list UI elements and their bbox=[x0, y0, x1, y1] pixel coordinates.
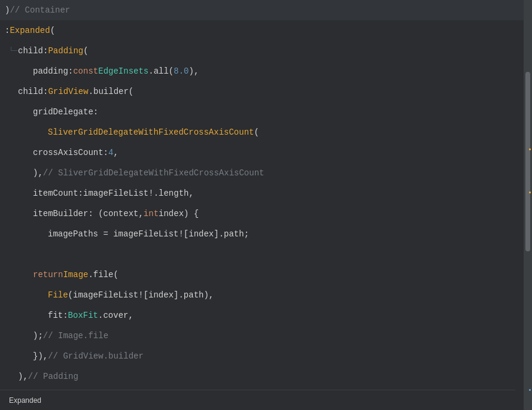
table-row: gridDelegate: bbox=[0, 102, 524, 122]
line-content: itemCount: imageFileList!.length, bbox=[33, 189, 194, 198]
token: ( bbox=[50, 26, 55, 35]
table-row: fit: BoxFit.cover, bbox=[0, 305, 524, 326]
table-row: }), // GridView.builder bbox=[0, 346, 524, 366]
scrollbar-thumb[interactable] bbox=[525, 72, 530, 251]
table-row: itemCount: imageFileList!.length, bbox=[0, 183, 524, 204]
token: fit: bbox=[48, 311, 68, 320]
token: gridDelegate: bbox=[33, 107, 98, 117]
token: crossAxisCount: bbox=[33, 148, 108, 157]
line-content: child: GridView.builder( bbox=[18, 87, 133, 96]
table-row: ), // SliverGridDelegateWithFixedCrossAx… bbox=[0, 163, 524, 183]
table-row: child: GridView.builder( bbox=[0, 81, 524, 102]
line-content: return Image.file( bbox=[33, 270, 118, 280]
token: imagePaths = imageFileList![index].path; bbox=[48, 229, 249, 239]
token: // Image.file bbox=[43, 331, 108, 341]
token: itemCount: bbox=[33, 189, 83, 198]
line-content: crossAxisCount: 4, bbox=[33, 148, 118, 157]
bottom-bar-expanded: Expanded bbox=[9, 396, 41, 405]
token: ), bbox=[33, 168, 43, 178]
token: // GridView.builder bbox=[48, 351, 144, 361]
line-content: }), // GridView.builder bbox=[33, 351, 144, 361]
code-editor: ) // Container: Expanded(child: Padding(… bbox=[0, 0, 524, 410]
token: // Padding bbox=[28, 372, 78, 381]
token: 8.0 bbox=[174, 66, 189, 76]
token: ( bbox=[83, 46, 88, 56]
table-row: crossAxisCount: 4, bbox=[0, 142, 524, 163]
table-row: ) // Container bbox=[0, 0, 524, 20]
bottom-bar: Expanded bbox=[0, 390, 515, 410]
line-content: ); // Image.file bbox=[33, 331, 108, 341]
token: ( bbox=[254, 127, 259, 137]
token: GridView bbox=[48, 87, 88, 96]
token: ), bbox=[18, 372, 28, 381]
token: child: bbox=[18, 87, 48, 96]
line-content: fit: BoxFit.cover, bbox=[48, 311, 133, 320]
token: BoxFit bbox=[68, 311, 98, 320]
token: ) bbox=[5, 5, 10, 15]
line-content: : Expanded( bbox=[5, 26, 55, 35]
token: ); bbox=[33, 331, 43, 341]
token: index) { bbox=[159, 209, 199, 218]
token: .all( bbox=[148, 66, 174, 76]
line-content: File(imageFileList![index].path), bbox=[48, 290, 214, 300]
token: imageFileList!.length, bbox=[83, 189, 194, 198]
table-row: imagePaths = imageFileList![index].path; bbox=[0, 224, 524, 244]
table-row: SliverGridDelegateWithFixedCrossAxisCoun… bbox=[0, 122, 524, 142]
scroll-marker-3 bbox=[529, 389, 531, 391]
line-content: itemBuilder: (context, int index) { bbox=[33, 209, 199, 218]
table-row: File(imageFileList![index].path), bbox=[0, 285, 524, 305]
token: return bbox=[33, 270, 63, 280]
scroll-marker-1 bbox=[529, 148, 531, 150]
token: int bbox=[144, 209, 159, 218]
scrollbar[interactable] bbox=[524, 0, 532, 410]
token: .builder( bbox=[89, 87, 134, 96]
table-row bbox=[0, 244, 524, 265]
token: Expanded bbox=[10, 26, 50, 35]
line-content: ), // SliverGridDelegateWithFixedCrossAx… bbox=[33, 168, 264, 178]
token: ), bbox=[189, 66, 199, 76]
line-content: ) // Container bbox=[5, 5, 70, 15]
token: // Container bbox=[10, 5, 70, 15]
table-row: ), // Padding bbox=[0, 366, 524, 387]
token: (imageFileList![index].path), bbox=[68, 290, 214, 300]
token: Padding bbox=[48, 46, 83, 56]
token: .cover, bbox=[98, 311, 133, 320]
table-row: ); // Image.file bbox=[0, 326, 524, 346]
table-row: : Expanded( bbox=[0, 20, 524, 41]
table-row: itemBuilder: (context, int index) { bbox=[0, 204, 524, 224]
line-content: gridDelegate: bbox=[33, 107, 98, 117]
line-content: child: Padding( bbox=[18, 46, 89, 56]
token: .file( bbox=[88, 270, 118, 280]
token: itemBuilder: (context, bbox=[33, 209, 144, 218]
scroll-marker-2 bbox=[529, 192, 531, 193]
table-row: child: Padding( bbox=[0, 41, 524, 61]
token: }), bbox=[33, 351, 48, 361]
token: // SliverGridDelegateWithFixedCrossAxisC… bbox=[43, 168, 265, 178]
table-row: return Image.file( bbox=[0, 265, 524, 285]
token: child: bbox=[18, 46, 48, 56]
token: SliverGridDelegateWithFixedCrossAxisCoun… bbox=[48, 127, 254, 137]
line-content: ), // Padding bbox=[18, 372, 78, 381]
token: , bbox=[113, 148, 118, 157]
token: 4 bbox=[108, 148, 113, 157]
token: : bbox=[5, 26, 10, 35]
table-row: padding: const EdgeInsets.all(8.0), bbox=[0, 61, 524, 81]
token: EdgeInsets bbox=[98, 66, 148, 76]
code-lines: ) // Container: Expanded(child: Padding(… bbox=[0, 0, 524, 410]
line-content: imagePaths = imageFileList![index].path; bbox=[48, 229, 249, 239]
token: const bbox=[73, 66, 98, 76]
token: File bbox=[48, 290, 68, 300]
token: padding: bbox=[33, 66, 73, 76]
line-content: padding: const EdgeInsets.all(8.0), bbox=[33, 66, 199, 76]
token: Image bbox=[63, 270, 88, 280]
line-content: SliverGridDelegateWithFixedCrossAxisCoun… bbox=[48, 127, 259, 137]
